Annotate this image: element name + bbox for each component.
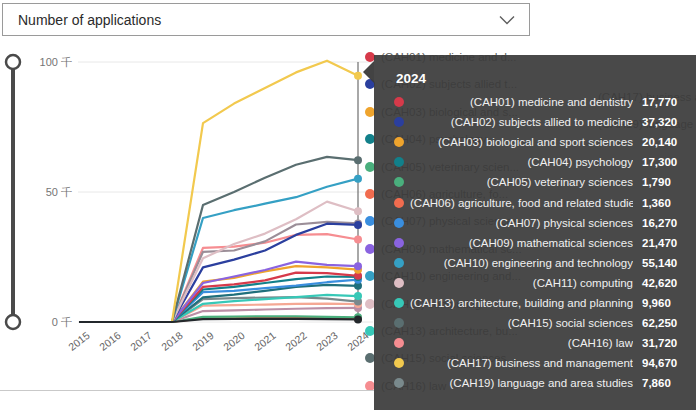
tooltip-label: (CAH07) physical sciences bbox=[410, 217, 633, 229]
tooltip-row-CAH09: (CAH09) mathematical sciences21,470 bbox=[374, 233, 696, 253]
tooltip-dot-CAH13 bbox=[394, 298, 404, 308]
data-point-CAH10-2024[interactable] bbox=[354, 175, 362, 183]
tooltip-label: (CAH19) language and area studies bbox=[410, 377, 633, 389]
tooltip-label: (CAH15) social sciences bbox=[410, 317, 633, 329]
tooltip-year: 2024 bbox=[396, 71, 426, 86]
y-axis-tick-label: 50 千 bbox=[12, 185, 72, 200]
series-line-CAH03[interactable] bbox=[79, 266, 358, 322]
tooltip-row-CAH05: (CAH05) veterinary sciences1,790 bbox=[374, 172, 696, 192]
tooltip-row-CAH10: (CAH10) engineering and technology55,140 bbox=[374, 253, 696, 273]
tooltip-value: 62,250 bbox=[642, 317, 692, 329]
tooltip-row-CAH11: (CAH11) computing42,620 bbox=[374, 273, 696, 293]
tooltip-arrow bbox=[363, 61, 374, 83]
tooltip-label: (CAH11) computing bbox=[410, 277, 633, 289]
tooltip-dot-CAH06 bbox=[394, 198, 404, 208]
tooltip-row-CAH13: (CAH13) architecture, building and plann… bbox=[374, 293, 696, 313]
data-point-CAH02-2024[interactable] bbox=[354, 221, 362, 229]
tooltip-rows: (CAH01) medicine and dentistry17,770(CAH… bbox=[374, 92, 696, 393]
tooltip-row-CAH06: (CAH06) agriculture, food and related st… bbox=[374, 192, 696, 212]
tooltip-value: 7,860 bbox=[642, 377, 692, 389]
tooltip-dot-CAH10 bbox=[394, 258, 404, 268]
tooltip-value: 94,670 bbox=[642, 357, 692, 369]
data-point-CAH16-2024[interactable] bbox=[354, 236, 362, 244]
tooltip-dot-CAH19 bbox=[394, 378, 404, 388]
tooltip-label: (CAH01) medicine and dentistry bbox=[410, 96, 633, 108]
tooltip-row-CAH03: (CAH03) biological and sport sciences20,… bbox=[374, 132, 696, 152]
y-axis-tick-label: 0 千 bbox=[12, 315, 72, 330]
tooltip-dot-CAH01 bbox=[394, 97, 404, 107]
tooltip-value: 42,620 bbox=[642, 277, 692, 289]
data-point-CAH13-2024[interactable] bbox=[354, 292, 362, 300]
tooltip-row-CAH17: (CAH17) business and management94,670 bbox=[374, 353, 696, 373]
tooltip-dot-CAH11 bbox=[394, 278, 404, 288]
tooltip-label: (CAH06) agriculture, food and related st… bbox=[410, 197, 633, 209]
tooltip-value: 16,270 bbox=[642, 217, 692, 229]
tooltip-value: 21,470 bbox=[642, 237, 692, 249]
tooltip-dot-CAH04 bbox=[394, 157, 404, 167]
tooltip-value: 17,300 bbox=[642, 156, 692, 168]
tooltip-dot-CAH16 bbox=[394, 338, 404, 348]
hover-tooltip: 2024 (CAH01) medicine and dentistry17,77… bbox=[374, 55, 696, 410]
series-lines bbox=[79, 61, 358, 322]
tooltip-label: (CAH16) law bbox=[410, 337, 633, 349]
tooltip-row-CAH02: (CAH02) subjects allied to medicine37,32… bbox=[374, 112, 696, 132]
tooltip-label: (CAH09) mathematical sciences bbox=[410, 237, 633, 249]
tooltip-label: (CAH05) veterinary sciences bbox=[410, 176, 633, 188]
data-point-CAH17-2024[interactable] bbox=[354, 72, 362, 80]
tooltip-label: (CAH04) psychology bbox=[410, 156, 633, 168]
tooltip-dot-CAH15 bbox=[394, 318, 404, 328]
tooltip-label: (CAH13) architecture, building and plann… bbox=[410, 297, 633, 309]
tooltip-value: 9,960 bbox=[642, 297, 692, 309]
data-point-CAH09-2024[interactable] bbox=[354, 262, 362, 270]
tooltip-row-CAH15: (CAH15) social sciences62,250 bbox=[374, 313, 696, 333]
y-axis-tick-label: 100 千 bbox=[12, 55, 72, 70]
data-point-CAH15-2024[interactable] bbox=[354, 156, 362, 164]
tooltip-value: 31,720 bbox=[642, 337, 692, 349]
tooltip-row-CAH04: (CAH04) psychology17,300 bbox=[374, 152, 696, 172]
tooltip-label: (CAH17) business and management bbox=[410, 357, 633, 369]
tooltip-row-CAH19: (CAH19) language and area studies7,860 bbox=[374, 373, 696, 393]
tooltip-row-CAH01: (CAH01) medicine and dentistry17,770 bbox=[374, 92, 696, 112]
bottom-divider bbox=[0, 390, 374, 391]
tooltip-dot-CAH05 bbox=[394, 177, 404, 187]
data-point-CAH11-2024[interactable] bbox=[354, 207, 362, 215]
tooltip-value: 17,770 bbox=[642, 96, 692, 108]
data-point-unlabeled-5-2024[interactable] bbox=[354, 315, 362, 323]
tooltip-value: 37,320 bbox=[642, 116, 692, 128]
tooltip-dot-CAH02 bbox=[394, 117, 404, 127]
tooltip-dot-CAH09 bbox=[394, 238, 404, 248]
tooltip-row-CAH07: (CAH07) physical sciences16,270 bbox=[374, 213, 696, 233]
tooltip-value: 1,360 bbox=[642, 197, 692, 209]
tooltip-label: (CAH03) biological and sport sciences bbox=[410, 136, 633, 148]
tooltip-dot-CAH07 bbox=[394, 218, 404, 228]
tooltip-dot-CAH03 bbox=[394, 137, 404, 147]
tooltip-dot-CAH17 bbox=[394, 358, 404, 368]
tooltip-label: (CAH02) subjects allied to medicine bbox=[410, 116, 633, 128]
tooltip-row-CAH16: (CAH16) law31,720 bbox=[374, 333, 696, 353]
tooltip-value: 1,790 bbox=[642, 176, 692, 188]
tooltip-value: 20,140 bbox=[642, 136, 692, 148]
tooltip-label: (CAH10) engineering and technology bbox=[410, 257, 633, 269]
tooltip-value: 55,140 bbox=[642, 257, 692, 269]
